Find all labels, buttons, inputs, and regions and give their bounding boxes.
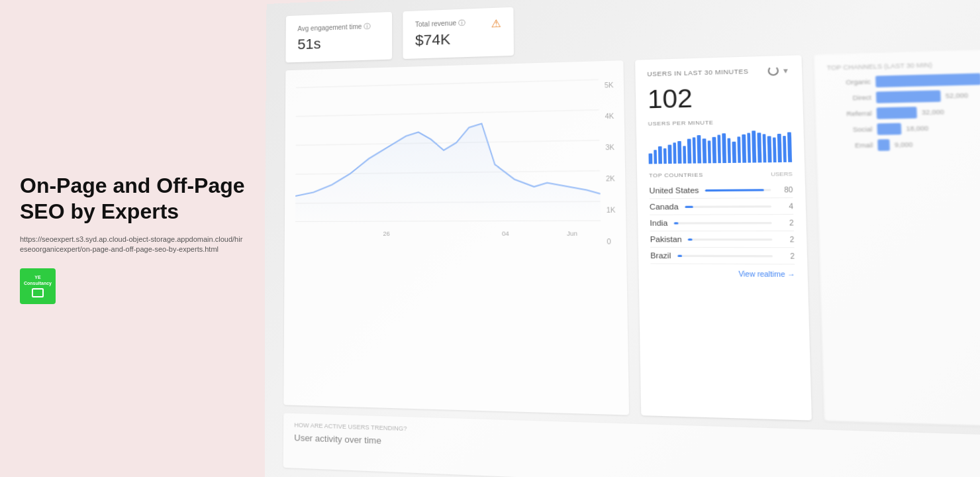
line-chart-svg	[295, 72, 614, 225]
country-row: United States 80	[649, 182, 793, 199]
right-bar-value: 32,000	[922, 109, 944, 117]
stat-card-revenue: Total revenue ⓘ ⚠ $74K	[403, 7, 514, 59]
right-bar-value: 18,000	[906, 125, 928, 132]
country-bar-container	[688, 238, 772, 240]
country-value: 2	[778, 235, 794, 243]
right-bar-label: Organic	[827, 78, 871, 86]
engagement-label: Avg engagement time ⓘ	[297, 22, 379, 34]
engagement-value: 51s	[297, 33, 379, 53]
right-bar	[876, 90, 941, 103]
y-label-0: 0	[607, 238, 616, 246]
country-value: 2	[779, 252, 795, 260]
stat-card-engagement: Avg engagement time ⓘ 51s	[285, 12, 392, 63]
bar	[727, 138, 731, 163]
svg-line-2	[296, 140, 600, 146]
right-bar-value: 9,000	[895, 141, 913, 148]
right-bar-label: Direct	[828, 94, 871, 102]
country-name: Pakistan	[650, 235, 682, 244]
country-row: Canada 4	[650, 198, 794, 215]
revenue-value: $74K	[415, 29, 501, 50]
chart-y-labels: 5K 4K 3K 2K 1K 0	[605, 81, 616, 246]
page-heading: On-Page and Off-Page SEO by Experts	[20, 173, 245, 224]
svg-line-1	[296, 110, 599, 117]
svg-marker-6	[295, 121, 601, 225]
revenue-label: Total revenue ⓘ ⚠	[415, 17, 501, 30]
right-bar-row: Organic 85,000	[827, 72, 980, 89]
bar	[707, 140, 711, 164]
bar	[737, 136, 741, 163]
right-bar	[877, 107, 917, 119]
bar	[687, 139, 691, 164]
country-value: 2	[778, 219, 794, 227]
svg-line-0	[296, 80, 599, 87]
bar	[752, 131, 756, 162]
right-bar	[877, 123, 901, 135]
users-count: 102	[648, 81, 791, 115]
page-url: https://seoexpert.s3.syd.ap.cloud-object…	[20, 235, 245, 255]
bar	[693, 137, 697, 164]
bar	[773, 137, 777, 162]
view-realtime-link[interactable]: View realtime →	[651, 270, 795, 278]
bar	[683, 146, 687, 164]
dashboard-content: Avg engagement time ⓘ 51s Total revenue …	[263, 0, 980, 477]
bar	[658, 146, 662, 164]
bar	[712, 136, 716, 163]
top-countries-header: TOP COUNTRIES USERS	[649, 171, 793, 179]
dropdown-icon[interactable]: ▼	[782, 66, 790, 74]
refresh-icon[interactable]	[768, 66, 779, 76]
building-icon	[32, 288, 44, 297]
y-label-5k: 5K	[605, 81, 614, 89]
y-label-2k: 2K	[606, 175, 615, 183]
dashboard-inner: Avg engagement time ⓘ 51s Total revenue …	[263, 0, 980, 477]
country-bar-container	[685, 205, 771, 208]
users-col-label: USERS	[771, 171, 793, 178]
bar	[787, 132, 792, 162]
right-bar-row: Social 18,000	[828, 121, 980, 136]
logo-box: YE Consultancy	[20, 268, 56, 304]
users-realtime-card: USERS IN LAST 30 MINUTES ▼ 102 USERS PER…	[635, 55, 812, 420]
right-bar-row: Referral 32,000	[828, 105, 980, 121]
top-countries-label: TOP COUNTRIES	[649, 172, 703, 178]
bar	[697, 135, 701, 164]
bar	[703, 138, 707, 163]
country-name: Canada	[650, 202, 679, 211]
bar	[747, 132, 751, 163]
bar	[677, 140, 681, 164]
bar	[742, 134, 746, 163]
country-row: Pakistan 2	[650, 231, 795, 248]
bar	[722, 133, 726, 163]
bar	[777, 134, 781, 162]
country-row: India 2	[650, 215, 794, 231]
users-per-min-barchart	[648, 130, 792, 164]
country-bar-container	[673, 221, 771, 224]
country-name: United States	[649, 186, 699, 195]
y-label-4k: 4K	[605, 113, 614, 121]
bottom-trending-card: HOW ARE ACTIVE USERS TRENDING? User acti…	[283, 413, 980, 477]
chart-row: 5K 4K 3K 2K 1K 0 26 04 Jun	[277, 48, 980, 428]
y-label-1k: 1K	[607, 206, 616, 214]
right-bar-label: Social	[828, 126, 872, 134]
bar	[783, 135, 787, 162]
dashboard-area: Avg engagement time ⓘ 51s Total revenue …	[263, 0, 980, 477]
users-per-min-label: USERS PER MINUTE	[648, 118, 791, 127]
warning-icon: ⚠	[491, 17, 501, 30]
right-bar-value: 52,000	[946, 92, 968, 100]
y-label-3k: 3K	[605, 144, 614, 152]
users-in-last-30-label: USERS IN LAST 30 MINUTES	[647, 68, 748, 78]
country-bar-container	[677, 254, 773, 257]
country-bar	[673, 222, 678, 224]
left-panel: On-Page and Off-Page SEO by Experts http…	[0, 0, 265, 477]
right-bar-row: Direct 52,000	[828, 88, 980, 104]
logo-text: YE Consultancy	[20, 274, 56, 286]
right-bar	[877, 139, 890, 151]
country-bar	[688, 238, 692, 240]
right-panel-card: Top channels (last 30 min) Organic 85,00…	[814, 48, 980, 428]
bar	[654, 150, 658, 164]
country-name: Brazil	[650, 251, 671, 260]
chart-x-labels: 26 04 Jun	[295, 230, 614, 237]
right-panel-title: Top channels (last 30 min)	[827, 59, 980, 72]
bottom-row: HOW ARE ACTIVE USERS TRENDING? User acti…	[277, 413, 980, 477]
right-bar	[875, 73, 980, 87]
users-card-header: USERS IN LAST 30 MINUTES ▼	[647, 66, 789, 80]
bar	[668, 144, 672, 164]
